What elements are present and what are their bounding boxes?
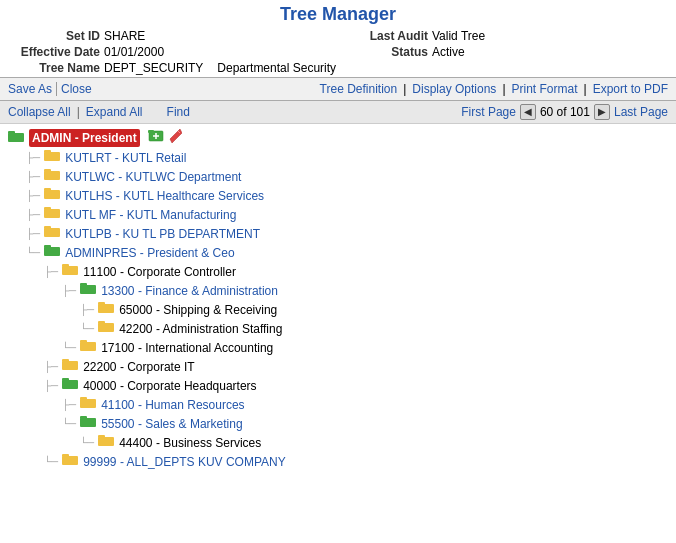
tree-node-55500: └─ 55500 - Sales & Marketing [62, 414, 668, 452]
node-label-13300[interactable]: 13300 - Finance & Administration [101, 282, 278, 300]
svg-rect-29 [80, 340, 87, 343]
tree-connector: └─ [44, 453, 58, 471]
tree-node-17100: └─ 17100 - International Accounting [62, 338, 668, 357]
svg-rect-26 [98, 323, 114, 332]
svg-rect-35 [80, 397, 87, 400]
svg-rect-15 [44, 207, 51, 210]
tree-container: ADMIN - President [0, 124, 676, 475]
tree-connector: └─ [26, 244, 40, 262]
set-id-value: SHARE [104, 29, 145, 43]
tree-node-kutlrt: ├─ KUTLRT - KUTL Retail [26, 148, 668, 167]
tree-name-label: Tree Name [10, 61, 100, 75]
folder-icon-41100 [80, 395, 96, 414]
save-as-button[interactable]: Save As [8, 82, 52, 96]
tree-node-11100: ├─ 11100 - Corporate Controller [44, 262, 668, 357]
collapse-all-button[interactable]: Collapse All [8, 105, 71, 119]
prev-page-button[interactable]: ◀ [520, 104, 536, 120]
folder-icon-kutlwc [44, 167, 60, 186]
svg-rect-30 [62, 361, 78, 370]
folder-icon-adminpres [44, 243, 60, 262]
page-title: Tree Manager [0, 4, 676, 25]
edit-icon[interactable] [168, 129, 182, 147]
svg-rect-0 [8, 133, 24, 142]
tree-node-65000: ├─ 65000 - Shipping & Receiving [80, 300, 668, 319]
node-label-44400[interactable]: 44400 - Business Services [119, 434, 261, 452]
title-bar: Tree Manager Set ID SHARE Last Audit Val… [0, 0, 676, 77]
folder-icon-13300 [80, 281, 96, 300]
tree-node-kutlpb: ├─ KUTLPB - KU TL PB DEPARTMENT [26, 224, 668, 243]
node-label-root[interactable]: ADMIN - President [29, 129, 140, 147]
tree-connector: └─ [80, 434, 94, 452]
nav-right: First Page ◀ 60 of 101 ▶ Last Page [461, 104, 668, 120]
svg-rect-3 [148, 130, 154, 133]
last-audit-label: Last Audit [338, 29, 428, 43]
svg-rect-1 [8, 131, 15, 134]
node-label-kutlhs[interactable]: KUTLHS - KUTL Healthcare Services [65, 187, 264, 205]
folder-icon-kutlpb [44, 224, 60, 243]
node-label-11100[interactable]: 11100 - Corporate Controller [83, 263, 236, 281]
node-label-41100[interactable]: 41100 - Human Resources [101, 396, 244, 414]
next-page-button[interactable]: ▶ [594, 104, 610, 120]
svg-rect-36 [80, 418, 96, 427]
tree-children-55500: └─ 44400 - Business Services [62, 433, 668, 452]
svg-rect-18 [44, 247, 60, 256]
tree-children-40000: ├─ 41100 - Human Resources [44, 395, 668, 452]
print-format-button[interactable]: Print Format [512, 82, 578, 96]
svg-rect-12 [44, 190, 60, 199]
svg-rect-17 [44, 226, 51, 229]
node-label-kutlpb[interactable]: KUTLPB - KU TL PB DEPARTMENT [65, 225, 260, 243]
node-label-55500[interactable]: 55500 - Sales & Marketing [101, 415, 242, 433]
close-button[interactable]: Close [61, 82, 92, 96]
node-label-22200[interactable]: 22200 - Corporate IT [83, 358, 194, 376]
node-label-adminpres[interactable]: ADMINPRES - President & Ceo [65, 244, 234, 262]
first-page-button[interactable]: First Page [461, 105, 516, 119]
node-label-65000[interactable]: 65000 - Shipping & Receiving [119, 301, 277, 319]
effective-date-value: 01/01/2000 [104, 45, 164, 59]
tree-connector: ├─ [44, 377, 58, 395]
last-audit-value: Valid Tree [432, 29, 485, 43]
tree-node-kutlmf: ├─ KUTL MF - KUTL Manufacturing [26, 205, 668, 224]
node-label-kutlmf[interactable]: KUTL MF - KUTL Manufacturing [65, 206, 236, 224]
expand-all-button[interactable]: Expand All [86, 105, 143, 119]
nav-left: Collapse All | Expand All Find [8, 105, 190, 119]
toolbar: Save As Close Tree Definition | Display … [0, 77, 676, 101]
svg-rect-41 [62, 454, 69, 457]
svg-rect-37 [80, 416, 87, 419]
tree-definition-button[interactable]: Tree Definition [320, 82, 398, 96]
action-icons-root [148, 128, 182, 148]
svg-rect-8 [44, 152, 60, 161]
tree-connector: ├─ [26, 206, 40, 224]
find-button[interactable]: Find [167, 105, 190, 119]
svg-marker-6 [170, 129, 182, 143]
display-options-button[interactable]: Display Options [412, 82, 496, 96]
svg-rect-25 [98, 302, 105, 305]
tree-connector: ├─ [62, 282, 76, 300]
node-label-kutlrt[interactable]: KUTLRT - KUTL Retail [65, 149, 186, 167]
folder-icon-kutlmf [44, 205, 60, 224]
tree-connector: ├─ [26, 168, 40, 186]
export-to-pdf-button[interactable]: Export to PDF [593, 82, 668, 96]
tree-name-value: DEPT_SECURITY [104, 61, 203, 75]
svg-rect-33 [62, 378, 69, 381]
tree-children-adminpres: ├─ 11100 - Corporate Controller [26, 262, 668, 471]
node-label-40000[interactable]: 40000 - Corporate Headquarters [83, 377, 256, 395]
svg-rect-10 [44, 171, 60, 180]
node-label-42200[interactable]: 42200 - Administration Staffing [119, 320, 282, 338]
add-child-icon[interactable] [148, 128, 164, 148]
tree-node-99999: └─ 99999 - ALL_DEPTS KUV COMPANY [44, 452, 668, 471]
folder-icon-55500 [80, 414, 96, 433]
svg-rect-34 [80, 399, 96, 408]
svg-rect-16 [44, 228, 60, 237]
toolbar-separator-1 [56, 82, 57, 96]
svg-rect-9 [44, 150, 51, 153]
tree-connector: └─ [62, 415, 76, 433]
svg-rect-40 [62, 456, 78, 465]
folder-icon-kutlhs [44, 186, 60, 205]
node-label-kutlwc[interactable]: KUTLWC - KUTLWC Department [65, 168, 241, 186]
tree-node-13300: ├─ 13300 - Finance & Administration [62, 281, 668, 338]
last-page-button[interactable]: Last Page [614, 105, 668, 119]
folder-icon-22200 [62, 357, 78, 376]
svg-rect-19 [44, 245, 51, 248]
node-label-17100[interactable]: 17100 - International Accounting [101, 339, 273, 357]
node-label-99999[interactable]: 99999 - ALL_DEPTS KUV COMPANY [83, 453, 286, 471]
